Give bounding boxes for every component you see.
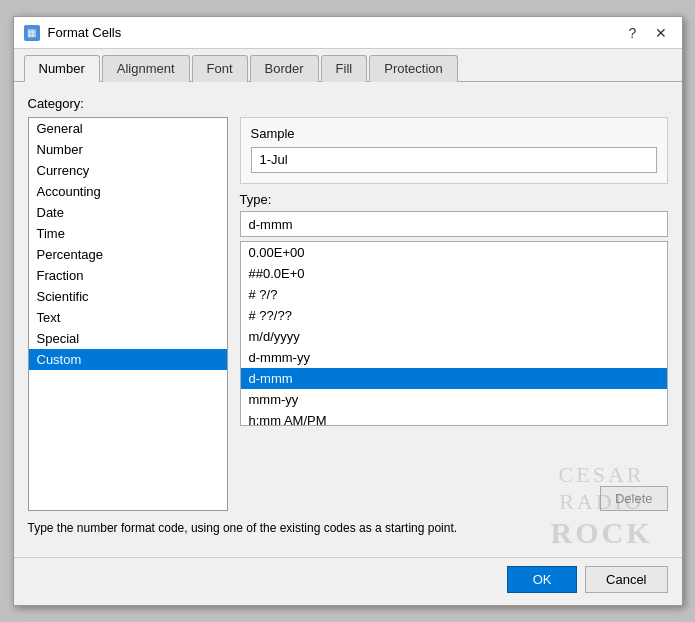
type-item-2[interactable]: # ?/? [241, 284, 667, 305]
dialog-icon: ▦ [24, 25, 40, 41]
type-input[interactable] [240, 211, 668, 237]
category-item-date[interactable]: Date [29, 202, 227, 223]
type-item-3[interactable]: # ??/?? [241, 305, 667, 326]
tab-font[interactable]: Font [192, 55, 248, 82]
footer-buttons: OK Cancel [14, 557, 682, 605]
hint-text: Type the number format code, using one o… [28, 521, 668, 535]
sample-value: 1-Jul [251, 147, 657, 173]
dialog-title: Format Cells [48, 25, 122, 40]
type-item-4[interactable]: m/d/yyyy [241, 326, 667, 347]
sample-section: Sample 1-Jul [240, 117, 668, 184]
type-item-1[interactable]: ##0.0E+0 [241, 263, 667, 284]
title-bar: ▦ Format Cells ? ✕ [14, 17, 682, 49]
tab-fill[interactable]: Fill [321, 55, 368, 82]
ok-button[interactable]: OK [507, 566, 577, 593]
type-item-0[interactable]: 0.00E+00 [241, 242, 667, 263]
type-section: Type: 0.00E+00 ##0.0E+0 # ?/? # ??/?? m/… [240, 192, 668, 474]
category-list[interactable]: General Number Currency Accounting Date … [28, 117, 228, 511]
category-item-text[interactable]: Text [29, 307, 227, 328]
title-bar-left: ▦ Format Cells [24, 25, 122, 41]
tab-alignment[interactable]: Alignment [102, 55, 190, 82]
tab-number[interactable]: Number [24, 55, 100, 82]
category-item-accounting[interactable]: Accounting [29, 181, 227, 202]
category-label: Category: [28, 96, 668, 111]
sample-label: Sample [251, 126, 657, 141]
right-panel: Sample 1-Jul Type: 0.00E+00 ##0.0E+0 # ?… [240, 117, 668, 511]
tab-content: Category: General Number Currency Accoun… [14, 82, 682, 553]
delete-button[interactable]: Delete [600, 486, 668, 511]
category-item-custom[interactable]: Custom [29, 349, 227, 370]
type-item-6[interactable]: d-mmm [241, 368, 667, 389]
category-item-percentage[interactable]: Percentage [29, 244, 227, 265]
category-item-currency[interactable]: Currency [29, 160, 227, 181]
cancel-button[interactable]: Cancel [585, 566, 667, 593]
category-panel: General Number Currency Accounting Date … [28, 117, 228, 511]
tabs-bar: Number Alignment Font Border Fill Protec… [14, 49, 682, 82]
category-item-scientific[interactable]: Scientific [29, 286, 227, 307]
category-item-time[interactable]: Time [29, 223, 227, 244]
main-area: General Number Currency Accounting Date … [28, 117, 668, 511]
type-item-8[interactable]: h:mm AM/PM [241, 410, 667, 426]
type-list[interactable]: 0.00E+00 ##0.0E+0 # ?/? # ??/?? m/d/yyyy… [240, 241, 668, 426]
title-bar-right: ? ✕ [622, 22, 672, 44]
type-label: Type: [240, 192, 668, 207]
category-item-special[interactable]: Special [29, 328, 227, 349]
category-item-fraction[interactable]: Fraction [29, 265, 227, 286]
tab-border[interactable]: Border [250, 55, 319, 82]
type-item-7[interactable]: mmm-yy [241, 389, 667, 410]
delete-row: Delete [240, 486, 668, 511]
type-item-5[interactable]: d-mmm-yy [241, 347, 667, 368]
help-button[interactable]: ? [622, 22, 644, 44]
tab-protection[interactable]: Protection [369, 55, 458, 82]
category-item-general[interactable]: General [29, 118, 227, 139]
format-cells-dialog: ▦ Format Cells ? ✕ Number Alignment Font… [13, 16, 683, 606]
category-item-number[interactable]: Number [29, 139, 227, 160]
close-button[interactable]: ✕ [650, 22, 672, 44]
